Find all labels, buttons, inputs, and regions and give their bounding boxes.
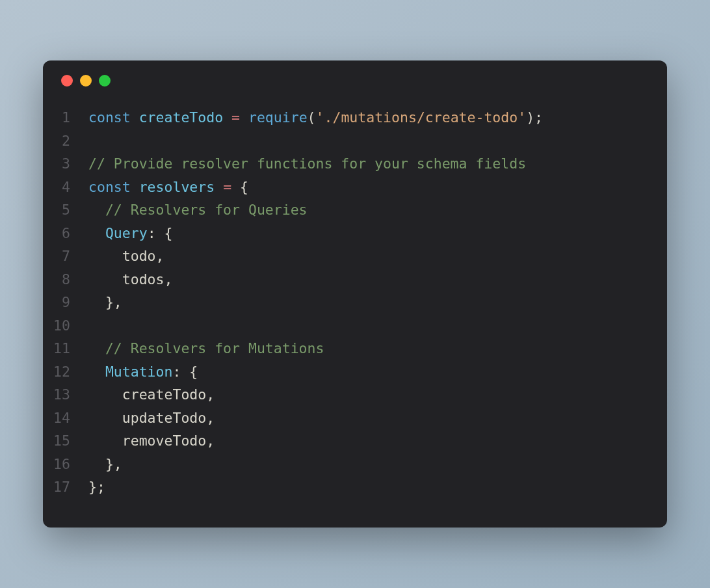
window-titlebar	[43, 60, 667, 94]
line-number: 2	[43, 129, 88, 153]
code-token	[240, 109, 248, 126]
code-token: =	[223, 179, 231, 195]
code-editor[interactable]: 1const createTodo = require('./mutations…	[43, 94, 667, 528]
code-content: },	[88, 291, 667, 314]
code-token: removeTodo,	[88, 433, 215, 449]
code-token: createTodo,	[88, 386, 215, 403]
code-content: const resolvers = {	[88, 176, 667, 199]
code-token	[88, 202, 105, 218]
line-number: 5	[43, 198, 88, 222]
line-number: 3	[43, 152, 88, 176]
code-content: },	[88, 453, 667, 476]
code-content: const createTodo = require('./mutations/…	[88, 106, 667, 129]
code-token: resolvers	[139, 179, 215, 195]
code-content: createTodo,	[88, 383, 667, 407]
line-number: 10	[43, 314, 88, 338]
code-line: 13 createTodo,	[43, 383, 667, 407]
code-token	[88, 225, 105, 241]
code-content: };	[88, 475, 667, 499]
line-number: 16	[43, 453, 88, 476]
code-token: './mutations/create-todo'	[316, 109, 527, 126]
line-number: 7	[43, 245, 88, 268]
code-line: 11 // Resolvers for Mutations	[43, 337, 667, 360]
line-number: 14	[43, 407, 88, 430]
code-token: // Resolvers for Queries	[105, 202, 308, 218]
code-line: 2	[43, 129, 667, 153]
code-line: 5 // Resolvers for Queries	[43, 198, 667, 222]
code-content: // Resolvers for Mutations	[88, 337, 667, 360]
code-line: 7 todo,	[43, 245, 667, 268]
close-icon[interactable]	[61, 75, 73, 87]
code-line: 8 todos,	[43, 268, 667, 291]
code-token: {	[231, 179, 248, 195]
line-number: 13	[43, 383, 88, 407]
maximize-icon[interactable]	[99, 75, 111, 87]
code-content	[88, 314, 667, 338]
code-line: 4const resolvers = {	[43, 176, 667, 199]
code-token: );	[526, 109, 543, 126]
code-token: todos,	[88, 271, 172, 287]
code-token: updateTodo,	[88, 410, 215, 426]
line-number: 4	[43, 176, 88, 199]
code-token: // Resolvers for Mutations	[105, 340, 324, 356]
code-token: =	[231, 109, 240, 126]
code-line: 9 },	[43, 291, 667, 314]
code-line: 12 Mutation: {	[43, 360, 667, 384]
code-content	[88, 129, 667, 153]
code-content: // Resolvers for Queries	[88, 198, 667, 222]
code-line: 14 updateTodo,	[43, 407, 667, 430]
code-token: : {	[148, 225, 173, 241]
code-content: updateTodo,	[88, 407, 667, 430]
code-token: },	[88, 294, 122, 310]
code-window: 1const createTodo = require('./mutations…	[43, 60, 667, 528]
code-line: 3// Provide resolver functions for your …	[43, 152, 667, 176]
code-token: };	[88, 479, 105, 495]
code-token	[88, 364, 105, 380]
code-content: Query: {	[88, 222, 667, 245]
code-token: },	[88, 456, 122, 472]
code-content: removeTodo,	[88, 429, 667, 453]
code-content: todos,	[88, 268, 667, 291]
line-number: 9	[43, 291, 88, 314]
code-token: Mutation	[105, 364, 173, 380]
code-token: const	[88, 179, 139, 195]
line-number: 8	[43, 268, 88, 291]
line-number: 12	[43, 360, 88, 384]
line-number: 1	[43, 106, 88, 129]
minimize-icon[interactable]	[80, 75, 92, 87]
code-token: require	[248, 109, 308, 126]
code-content: todo,	[88, 245, 667, 268]
code-token: todo,	[88, 248, 164, 264]
code-line: 1const createTodo = require('./mutations…	[43, 106, 667, 129]
code-content: // Provide resolver functions for your s…	[88, 152, 667, 176]
line-number: 11	[43, 337, 88, 360]
code-content: Mutation: {	[88, 360, 667, 384]
code-line: 15 removeTodo,	[43, 429, 667, 453]
line-number: 6	[43, 222, 88, 245]
code-token: // Provide resolver functions for your s…	[88, 155, 526, 172]
line-number: 15	[43, 429, 88, 453]
code-token	[215, 179, 223, 195]
code-line: 6 Query: {	[43, 222, 667, 245]
code-token	[88, 340, 105, 356]
code-token: : {	[172, 364, 198, 380]
code-line: 16 },	[43, 453, 667, 476]
code-token: const	[88, 109, 139, 126]
code-token	[223, 109, 231, 126]
code-token: (	[308, 109, 316, 126]
code-token: createTodo	[139, 109, 223, 126]
line-number: 17	[43, 475, 88, 499]
code-line: 10	[43, 314, 667, 338]
code-line: 17};	[43, 475, 667, 499]
code-token: Query	[105, 225, 148, 241]
